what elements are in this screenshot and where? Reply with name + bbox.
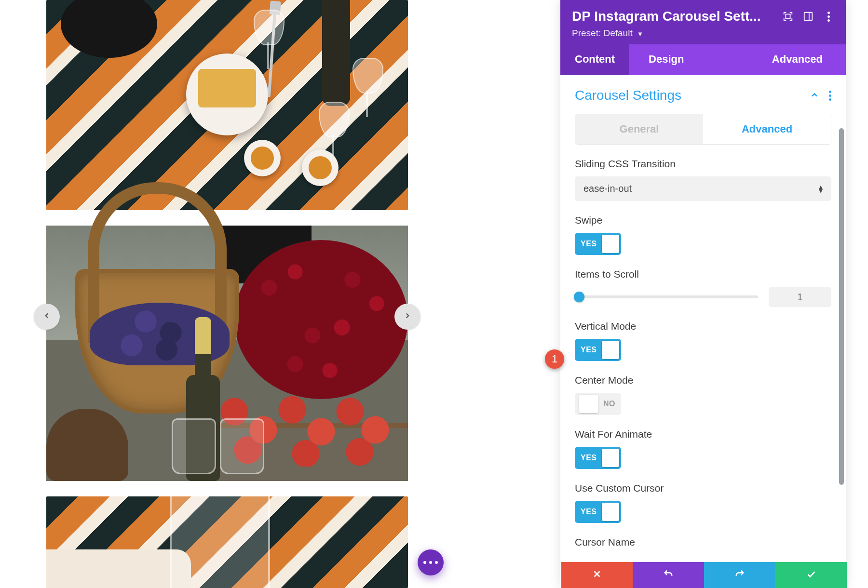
layout-icon[interactable] [802,11,814,22]
toggle-label: YES [577,454,602,462]
slider-thumb[interactable] [574,292,584,302]
undo-button[interactable] [633,562,704,588]
cancel-button[interactable] [561,562,633,588]
subtab-general[interactable]: General [575,114,703,144]
vertical-toggle[interactable]: YES [575,339,621,361]
more-options-fab[interactable] [418,549,444,575]
field-label: Cursor Name [575,536,831,548]
transition-select[interactable]: ease-in-out ▴▾ [575,176,831,201]
toggle-label: NO [598,400,619,408]
carousel-prev-button[interactable] [34,304,60,330]
svg-rect-1 [804,13,813,21]
carousel-slide [46,496,408,588]
save-button[interactable] [775,562,847,588]
select-updown-icon: ▴▾ [819,185,823,193]
subtab-advanced[interactable]: Advanced [703,114,831,144]
panel-header: DP Instagram Carousel Sett... Preset: De… [560,0,846,44]
preset-label: Preset: [572,28,601,38]
items-value[interactable]: 1 [769,287,831,307]
section-toggle[interactable]: Carousel Settings [575,88,810,103]
panel-tabs: Content Design Advanced [560,44,846,75]
section-kebab-icon[interactable] [829,91,831,101]
field-label: Center Mode [575,374,831,386]
settings-panel-wrap: DP Instagram Carousel Sett... Preset: De… [559,0,868,588]
expand-icon[interactable] [782,11,794,22]
preset-selector[interactable]: Preset: Default ▼ [572,28,834,39]
field-label: Items to Scroll [575,268,831,280]
redo-icon [734,569,745,581]
cursor-toggle[interactable]: YES [575,501,621,523]
callout-badge-1: 1 [545,349,564,369]
select-value: ease-in-out [583,183,819,194]
settings-panel: DP Instagram Carousel Sett... Preset: De… [560,0,846,588]
swipe-toggle[interactable]: YES [575,233,621,255]
caret-down-icon: ▼ [637,30,643,38]
tab-design[interactable]: Design [629,44,703,75]
kebab-menu-icon[interactable] [823,11,834,22]
chevron-up-icon[interactable] [810,88,819,103]
carousel [46,0,408,588]
center-toggle[interactable]: NO [575,393,621,415]
field-label: Use Custom Cursor [575,482,831,494]
panel-body: Carousel Settings General Advanced Slidi… [560,75,846,588]
redo-button[interactable] [704,562,775,588]
subtabs: General Advanced [575,114,831,145]
field-label: Sliding CSS Transition [575,158,831,170]
panel-title: DP Instagram Carousel Sett... [572,9,773,24]
items-slider[interactable] [575,295,758,298]
scrollbar[interactable] [839,128,844,485]
carousel-next-button[interactable] [394,304,420,330]
close-icon [592,569,602,581]
check-icon [806,569,816,581]
toggle-label: YES [577,346,602,354]
wait-toggle[interactable]: YES [575,447,621,469]
field-label: Vertical Mode [575,321,831,332]
action-bar [561,562,847,588]
toggle-label: YES [577,240,602,248]
undo-icon [663,569,674,581]
toggle-label: YES [577,508,602,516]
carousel-slide [46,0,408,210]
chevron-right-icon [403,311,412,322]
field-label: Swipe [575,214,831,226]
tab-content[interactable]: Content [560,44,629,75]
preset-value: Default [603,28,632,38]
tab-advanced[interactable]: Advanced [762,44,832,75]
carousel-slide [46,226,408,481]
chevron-left-icon [42,311,51,322]
svg-rect-0 [786,14,790,18]
preview-area [0,0,559,588]
field-label: Wait For Animate [575,428,831,440]
